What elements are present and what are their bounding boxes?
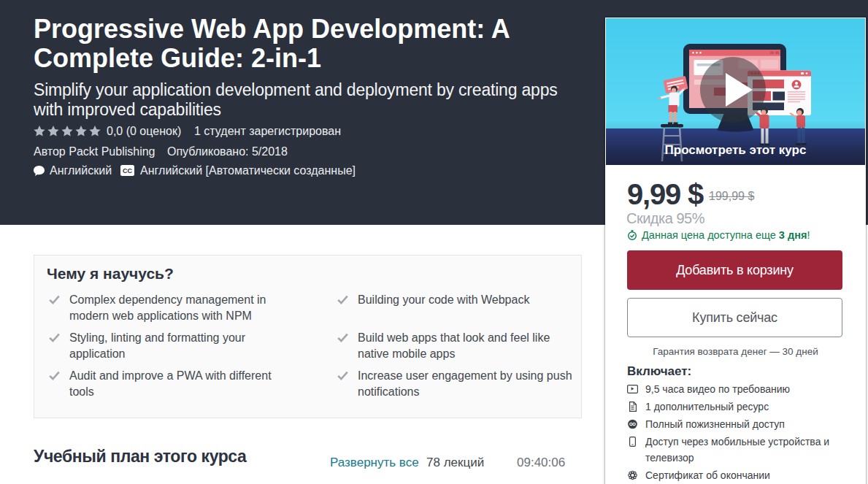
- svg-text:CC: CC: [123, 167, 132, 174]
